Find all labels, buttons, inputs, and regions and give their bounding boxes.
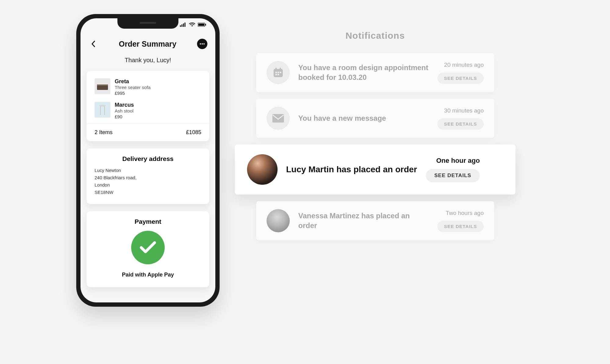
notifications-panel: Notifications You have a room design app… — [235, 30, 515, 247]
notification-time: One hour ago — [436, 157, 480, 165]
phone-notch — [117, 18, 178, 29]
order-items-footer: 2 Items £1085 — [87, 123, 209, 141]
address-line: SE18NW — [95, 189, 201, 196]
signal-icon — [180, 23, 187, 27]
see-details-button[interactable]: SEE DETAILS — [437, 221, 484, 232]
notification-time: 30 minutes ago — [444, 107, 484, 114]
notification-text: You have a new message — [298, 113, 429, 123]
status-bar — [180, 23, 206, 27]
delivery-address-card: Delivery address Lucy Newton 240 Blackfr… — [87, 148, 209, 204]
svg-rect-1 — [181, 24, 182, 27]
more-dot-icon — [203, 43, 205, 45]
payment-card: Payment Paid with Apple Pay — [87, 211, 209, 287]
battery-icon — [198, 23, 206, 27]
chevron-left-icon — [91, 41, 96, 47]
notification-time: Two hours ago — [446, 210, 484, 216]
svg-rect-0 — [180, 25, 181, 27]
svg-rect-13 — [275, 74, 277, 75]
see-details-button[interactable]: SEE DETAILS — [437, 118, 484, 130]
notification-card[interactable]: You have a new message 30 minutes ago SE… — [256, 99, 494, 138]
phone-device-frame: Order Summary Thank you, Lucy! Greta Thr… — [76, 14, 220, 307]
notification-time: 20 minutes ago — [444, 62, 484, 68]
back-button[interactable] — [88, 39, 98, 49]
notification-card[interactable]: Vanessa Martinez has placed an order Two… — [256, 201, 494, 240]
more-dot-icon — [200, 43, 201, 45]
product-price: £90 — [115, 114, 134, 119]
notification-card[interactable]: You have a room design appointment booke… — [256, 53, 494, 92]
more-button[interactable] — [197, 39, 207, 49]
avatar — [267, 209, 290, 232]
notification-text: Vanessa Martinez has placed an order — [298, 211, 429, 231]
svg-rect-9 — [280, 68, 281, 70]
see-details-button[interactable]: SEE DETAILS — [426, 169, 480, 182]
delivery-title: Delivery address — [95, 155, 201, 162]
page-title: Order Summary — [119, 40, 177, 48]
svg-rect-10 — [275, 72, 277, 73]
product-name: Marcus — [115, 102, 134, 108]
calendar-icon — [267, 61, 290, 84]
product-description: Three seater sofa — [115, 85, 151, 90]
svg-rect-3 — [185, 23, 185, 27]
svg-rect-15 — [272, 114, 284, 123]
envelope-icon — [267, 107, 290, 130]
svg-rect-5 — [198, 23, 204, 26]
product-price: £995 — [115, 91, 151, 96]
svg-rect-14 — [278, 74, 279, 75]
product-name: Greta — [115, 78, 151, 85]
order-item: Marcus Ash stool £90 — [87, 100, 209, 123]
product-thumbnail — [95, 78, 110, 94]
more-dot-icon — [202, 43, 203, 45]
svg-rect-11 — [278, 72, 279, 73]
phone-screen: Order Summary Thank you, Lucy! Greta Thr… — [81, 18, 215, 302]
address-line: 240 Blackfriars road, — [95, 174, 201, 181]
items-total: £1085 — [186, 129, 201, 136]
order-items-card: Greta Three seater sofa £995 Marcus Ash … — [87, 71, 209, 141]
product-thumbnail — [95, 102, 110, 118]
notification-text: You have a room design appointment booke… — [298, 63, 429, 83]
product-description: Ash stool — [115, 108, 134, 113]
svg-rect-8 — [275, 68, 277, 70]
items-count: 2 Items — [95, 129, 113, 136]
svg-rect-12 — [280, 72, 281, 73]
app-header: Order Summary — [81, 35, 215, 52]
notification-card[interactable]: Lucy Martin has placed an order One hour… — [235, 145, 515, 194]
svg-rect-2 — [183, 23, 184, 27]
check-icon — [139, 240, 157, 255]
notification-text: Lucy Martin has placed an order — [286, 164, 417, 175]
notifications-title: Notifications — [235, 30, 515, 41]
order-item: Greta Three seater sofa £995 — [87, 77, 209, 100]
avatar — [247, 154, 278, 185]
see-details-button[interactable]: SEE DETAILS — [437, 73, 484, 84]
wifi-icon — [189, 23, 195, 27]
address-line: Lucy Newton — [95, 167, 201, 174]
address-line: London — [95, 181, 201, 189]
payment-title: Payment — [95, 218, 201, 225]
paid-with-label: Paid with Apple Pay — [95, 272, 201, 278]
thank-you-message: Thank you, Lucy! — [81, 57, 215, 64]
svg-rect-6 — [205, 24, 206, 26]
payment-success-badge — [131, 231, 165, 264]
